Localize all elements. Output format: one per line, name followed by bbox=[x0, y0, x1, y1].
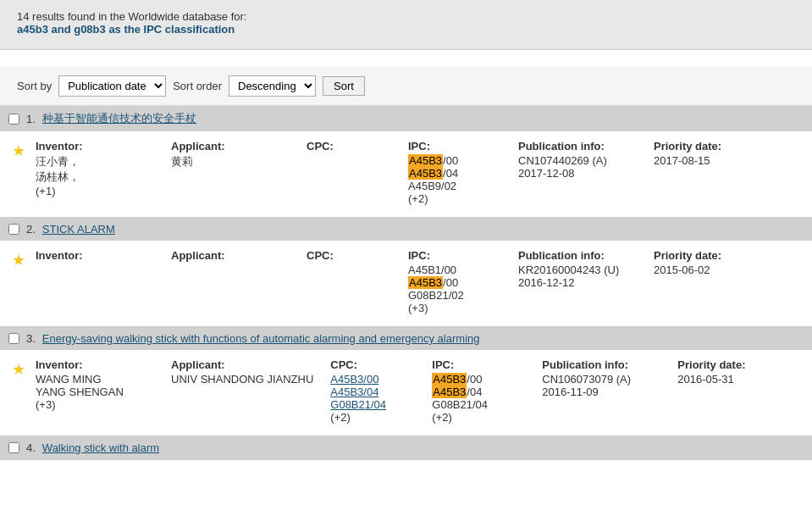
pub-value-1: CN107440269 (A)2017-12-08 bbox=[518, 154, 637, 180]
result-checkbox-2[interactable] bbox=[8, 224, 19, 235]
priority-label-2: Priority date: bbox=[654, 249, 730, 262]
meta-inventor-3: Inventor: WANG MINGYANG SHENGAN(+3) bbox=[36, 358, 171, 424]
sort-by-label: Sort by bbox=[17, 80, 52, 92]
results-count: 14 bbox=[17, 10, 29, 23]
ipc-3-more: (+2) bbox=[432, 411, 451, 424]
cpc-link-3c[interactable]: G08B21/04 bbox=[330, 398, 386, 411]
inventor-label-2: Inventor: bbox=[36, 249, 154, 262]
favorite-star-1[interactable]: ★ bbox=[12, 142, 25, 159]
result-checkbox-3[interactable] bbox=[8, 333, 19, 344]
meta-priority-3: Priority date: 2016-05-31 bbox=[677, 358, 771, 424]
meta-grid-1: Inventor: 汪小青，汤桂林，(+1) Applicant: 黄莉 CPC… bbox=[36, 140, 800, 205]
ipc-3c: G08B21/04 bbox=[432, 398, 488, 411]
meta-applicant-1: Applicant: 黄莉 bbox=[171, 140, 307, 205]
ipc-2c: G08B21/02 bbox=[408, 289, 464, 302]
ipc-1-more: (+2) bbox=[408, 192, 428, 205]
inventor-label-3: Inventor: bbox=[36, 358, 154, 371]
result-title-1[interactable]: 种基于智能通信技术的安全手杖 bbox=[42, 111, 196, 126]
result-checkbox-4[interactable] bbox=[8, 442, 19, 453]
sort-by-select[interactable]: Publication date Priority date Title bbox=[58, 75, 166, 97]
applicant-value-1: 黄莉 bbox=[171, 154, 290, 169]
ipc-label-1: IPC: bbox=[408, 140, 501, 153]
ipc-label-3: IPC: bbox=[432, 358, 525, 371]
star-col-2: ★ bbox=[12, 249, 36, 269]
meta-grid-2: Inventor: Applicant: CPC: IPC: A45B1/00 … bbox=[36, 249, 800, 314]
sort-bar: Sort by Publication date Priority date T… bbox=[0, 67, 812, 106]
ipc-3a-suffix: /00 bbox=[467, 373, 482, 386]
ipc-highlight-3a[interactable]: A45B3 bbox=[432, 373, 467, 386]
sort-order-label: Sort order bbox=[173, 80, 222, 92]
results-summary: 14 results found in the Worldwide databa… bbox=[17, 10, 795, 36]
meta-applicant-3: Applicant: UNIV SHANDONG JIANZHU bbox=[171, 358, 330, 424]
result-title-2[interactable]: STICK ALARM bbox=[42, 223, 115, 236]
meta-grid-3: Inventor: WANG MINGYANG SHENGAN(+3) Appl… bbox=[36, 358, 800, 424]
meta-inventor-1: Inventor: 汪小青，汤桂林，(+1) bbox=[36, 140, 171, 205]
ipc-value-2: A45B1/00 A45B3/00 G08B21/02 (+3) bbox=[408, 264, 501, 314]
priority-value-3: 2016-05-31 bbox=[677, 373, 754, 386]
ipc-highlight-1a[interactable]: A45B3 bbox=[408, 154, 443, 167]
result-item-1: 1. 种基于智能通信技术的安全手杖 ★ Inventor: 汪小青，汤桂林，(+… bbox=[0, 106, 812, 218]
result-checkbox-1[interactable] bbox=[8, 114, 19, 125]
inventor-value-3: WANG MINGYANG SHENGAN(+3) bbox=[36, 373, 154, 411]
sort-button[interactable]: Sort bbox=[323, 76, 365, 96]
result-item-2: 2. STICK ALARM ★ Inventor: Applicant: CP… bbox=[0, 218, 812, 327]
cpc-link-3b[interactable]: A45B3/04 bbox=[330, 386, 378, 398]
meta-inventor-2: Inventor: bbox=[36, 249, 171, 314]
star-col-3: ★ bbox=[12, 358, 36, 379]
priority-value-2: 2015-06-02 bbox=[654, 264, 730, 276]
ipc-3b-suffix: /04 bbox=[467, 386, 482, 398]
applicant-label-3: Applicant: bbox=[171, 358, 313, 371]
applicant-value-3: UNIV SHANDONG JIANZHU bbox=[171, 373, 313, 386]
result-num-4: 4. bbox=[26, 441, 36, 454]
cpc-value-3: A45B3/00 A45B3/04 G08B21/04 (+2) bbox=[330, 373, 415, 424]
ipc-1b-suffix: /04 bbox=[443, 167, 458, 180]
ipc-highlight-2b[interactable]: A45B3 bbox=[408, 276, 443, 289]
ipc-highlight-3b[interactable]: A45B3 bbox=[432, 386, 467, 398]
result-item-3: 3. Energy-saving walking stick with func… bbox=[0, 327, 812, 436]
pub-label-2: Publication info: bbox=[518, 249, 637, 262]
meta-pub-2: Publication info: KR20160004243 (U)2016-… bbox=[518, 249, 654, 314]
pub-label-3: Publication info: bbox=[542, 358, 660, 371]
meta-ipc-1: IPC: A45B3/00 A45B3/04 A45B9/02 (+2) bbox=[408, 140, 518, 205]
cpc-label-3: CPC: bbox=[330, 358, 415, 371]
ipc-2b-suffix: /00 bbox=[443, 276, 458, 289]
results-text-after: results found in the Worldwide database … bbox=[29, 10, 246, 23]
inventor-value-1: 汪小青，汤桂林，(+1) bbox=[36, 154, 154, 197]
result-item-4: 4. Walking stick with alarm bbox=[0, 436, 812, 460]
cpc-link-3a[interactable]: A45B3/00 bbox=[330, 373, 378, 386]
meta-ipc-2: IPC: A45B1/00 A45B3/00 G08B21/02 (+3) bbox=[408, 249, 518, 314]
applicant-label-2: Applicant: bbox=[171, 249, 290, 262]
priority-label-1: Priority date: bbox=[654, 140, 730, 153]
classification-text: a45b3 and g08b3 as the IPC classificatio… bbox=[17, 23, 235, 36]
pub-label-1: Publication info: bbox=[518, 140, 637, 153]
result-title-4[interactable]: Walking stick with alarm bbox=[42, 441, 159, 454]
result-body-3: ★ Inventor: WANG MINGYANG SHENGAN(+3) Ap… bbox=[0, 350, 812, 436]
ipc-highlight-1b[interactable]: A45B3 bbox=[408, 167, 443, 180]
meta-ipc-3: IPC: A45B3/00 A45B3/04 G08B21/04 (+2) bbox=[432, 358, 542, 424]
cpc-label-1: CPC: bbox=[307, 140, 391, 153]
ipc-value-3: A45B3/00 A45B3/04 G08B21/04 (+2) bbox=[432, 373, 525, 424]
star-col-1: ★ bbox=[12, 140, 36, 160]
meta-applicant-2: Applicant: bbox=[171, 249, 307, 314]
ipc-2-more: (+3) bbox=[408, 302, 428, 314]
result-title-3[interactable]: Energy-saving walking stick with functio… bbox=[42, 332, 480, 345]
cpc-3-more: (+2) bbox=[330, 411, 350, 424]
ipc-value-1: A45B3/00 A45B3/04 A45B9/02 (+2) bbox=[408, 154, 501, 205]
meta-pub-1: Publication info: CN107440269 (A)2017-12… bbox=[518, 140, 654, 205]
favorite-star-2[interactable]: ★ bbox=[12, 252, 25, 269]
favorite-star-3[interactable]: ★ bbox=[12, 361, 25, 378]
result-header-4: 4. Walking stick with alarm bbox=[0, 436, 812, 459]
meta-priority-2: Priority date: 2015-06-02 bbox=[654, 249, 747, 314]
result-header-2: 2. STICK ALARM bbox=[0, 218, 812, 241]
sort-order-select[interactable]: Descending Ascending bbox=[229, 75, 316, 97]
ipc-2a: A45B1/00 bbox=[408, 264, 456, 276]
top-banner: 14 results found in the Worldwide databa… bbox=[0, 0, 812, 50]
priority-value-1: 2017-08-15 bbox=[654, 154, 730, 167]
ipc-label-2: IPC: bbox=[408, 249, 501, 262]
applicant-label-1: Applicant: bbox=[171, 140, 290, 153]
result-header-3: 3. Energy-saving walking stick with func… bbox=[0, 327, 812, 350]
meta-priority-1: Priority date: 2017-08-15 bbox=[654, 140, 747, 205]
priority-label-3: Priority date: bbox=[677, 358, 754, 371]
ipc-1c: A45B9/02 bbox=[408, 180, 456, 192]
meta-cpc-1: CPC: bbox=[307, 140, 408, 205]
